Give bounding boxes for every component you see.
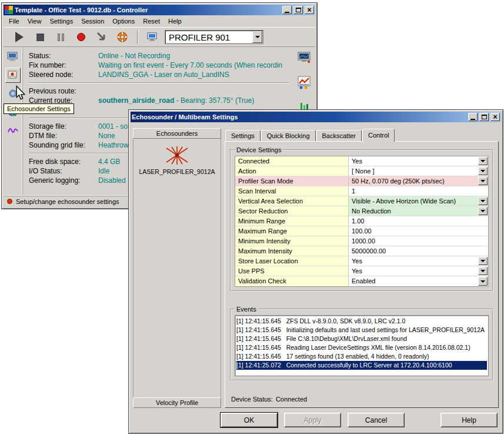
ok-button[interactable]: OK xyxy=(221,413,278,427)
help-button[interactable]: Help xyxy=(440,413,498,427)
menu-help[interactable]: Help xyxy=(164,16,186,26)
stop-button[interactable] xyxy=(31,29,49,45)
device-name: LASER_PROFILER_9012A xyxy=(133,168,221,175)
device-status-value: Connected xyxy=(276,396,307,403)
laser-profiler-icon xyxy=(163,146,191,166)
menubar: File View Settings Session Options Reset… xyxy=(4,15,315,27)
pause-button[interactable] xyxy=(52,29,69,45)
setting-use-pps[interactable]: Yes xyxy=(349,266,488,276)
menu-file[interactable]: File xyxy=(5,16,24,26)
menu-reset[interactable]: Reset xyxy=(139,16,164,26)
setting-row: Sector ReductionNo Reduction xyxy=(235,206,488,216)
profile-selector[interactable]: PROFILER 901 xyxy=(165,30,263,44)
logging-button[interactable] xyxy=(5,122,21,138)
computer-setup-button[interactable] xyxy=(5,49,21,65)
status-row: Status:Online - Not Recording xyxy=(29,51,294,61)
play-icon xyxy=(15,32,24,42)
dropdown-arrow-icon[interactable] xyxy=(478,157,488,165)
events-list[interactable]: [1] 12:41:15.645 ZFS DLL v-8.9.0.0, SDK … xyxy=(235,315,489,376)
maximize-button[interactable] xyxy=(479,113,489,121)
display-setup-button[interactable] xyxy=(144,29,162,45)
tab-quick-blocking[interactable]: Quick Blocking xyxy=(261,130,316,141)
event-row[interactable]: [1] 12:41:15.645 ZFS DLL v-8.9.0.0, SDK … xyxy=(236,317,487,326)
setting-row: Minimum Range1.00 xyxy=(235,216,488,226)
echosounders-header[interactable]: Echosounders xyxy=(133,128,221,139)
dropdown-arrow-icon[interactable] xyxy=(478,197,488,205)
events-group: Events [1] 12:41:15.645 ZFS DLL v-8.9.0.… xyxy=(230,306,493,381)
setting-connected[interactable]: Yes xyxy=(349,156,488,166)
dropdown-arrow-icon[interactable] xyxy=(478,177,488,185)
setting-min-range[interactable]: 1.00 xyxy=(349,216,488,226)
device-settings-group: Device Settings ConnectedYes Action[ Non… xyxy=(230,146,493,292)
dropdown-arrow-icon[interactable] xyxy=(478,167,488,175)
record-button[interactable] xyxy=(72,29,90,45)
setting-sector-reduction[interactable]: No Reduction xyxy=(349,206,488,216)
apply-button[interactable]: Apply xyxy=(284,413,341,427)
echosounder-settings-button[interactable] xyxy=(5,68,21,83)
setting-row: Vertical Area SelectionVisible - Above H… xyxy=(235,196,488,206)
setting-min-intensity[interactable]: 1000.00 xyxy=(349,236,488,246)
setting-row: Store Laser LocationYes xyxy=(235,256,488,266)
replay-button[interactable] xyxy=(297,75,312,90)
toolbar-separator xyxy=(137,30,138,44)
cancel-button[interactable]: Cancel xyxy=(348,413,405,427)
minimize-button[interactable] xyxy=(282,6,292,14)
event-row[interactable]: [1] 12:41:15.645 Initializing defaults a… xyxy=(236,326,487,334)
setting-validation-check[interactable]: Enabled xyxy=(349,276,488,286)
event-row[interactable]: [1] 12:41:15.645 17 settings found (13 e… xyxy=(236,352,487,361)
event-row-selected[interactable]: [1] 12:41:25.072 Connected successfully … xyxy=(236,361,487,370)
event-row[interactable]: [1] 12:41:15.645 Reading Laser DeviceSet… xyxy=(236,343,487,352)
sounder-display-button[interactable] xyxy=(297,50,312,65)
echosounders-panel: Echosounders LASER_PROFILER_9012A Veloci… xyxy=(133,128,221,408)
dropdown-arrow-icon xyxy=(255,36,260,38)
device-settings-grid: ConnectedYes Action[ None ] Profiler Sca… xyxy=(235,156,489,287)
setting-row: Maximum Intensity5000000.00 xyxy=(235,246,488,256)
close-button[interactable]: × xyxy=(305,6,314,14)
setting-max-range[interactable]: 100.00 xyxy=(349,226,488,236)
dropdown-arrow-icon[interactable] xyxy=(478,267,488,275)
menu-view[interactable]: View xyxy=(24,16,46,26)
device-status-label: Device Status: xyxy=(231,396,273,403)
velocity-profile-button[interactable]: Velocity Profile xyxy=(133,397,221,408)
dropdown-arrow-icon[interactable] xyxy=(478,207,488,215)
menu-session[interactable]: Session xyxy=(77,16,108,26)
alert-button[interactable] xyxy=(114,29,131,45)
tab-settings[interactable]: Settings xyxy=(225,130,261,141)
close-button[interactable]: × xyxy=(490,113,500,121)
setting-vertical-area[interactable]: Visible - Above Horizon (Wide Scan) xyxy=(349,196,488,206)
goto-button[interactable] xyxy=(93,29,111,45)
dropdown-arrow-icon[interactable] xyxy=(478,277,488,286)
status-row: Steered node:LANDINS_GGA - Laser on Auto… xyxy=(29,70,294,79)
lifesaver-icon xyxy=(116,31,129,44)
controller-titlebar[interactable]: Template - Office Test - 9012.db - Contr… xyxy=(4,5,315,15)
setting-row: Profiler Scan Mode50 Hz, 0.070 deg (250K… xyxy=(235,176,488,186)
minimize-button[interactable] xyxy=(468,113,478,121)
replay-chart-icon xyxy=(297,75,312,89)
profile-selector-value: PROFILER 901 xyxy=(169,32,230,42)
statusbar-text: Setup/change echosounder settings xyxy=(16,198,119,205)
settings-titlebar[interactable]: Echosounder / Multibeam Settings × xyxy=(131,112,501,122)
echosounder-settings-window: Echosounder / Multibeam Settings × Echos… xyxy=(128,109,503,434)
play-button[interactable] xyxy=(11,29,28,45)
device-item[interactable]: LASER_PROFILER_9012A xyxy=(133,146,221,175)
stop-icon xyxy=(36,34,44,41)
menu-settings[interactable]: Settings xyxy=(45,16,77,26)
tab-backscatter[interactable]: Backscatter xyxy=(316,130,362,141)
setting-row: Validation CheckEnabled xyxy=(235,276,488,286)
event-row[interactable]: [1] 12:41:15.645 File C:\8.10\Debug\XML\… xyxy=(236,334,487,343)
menu-options[interactable]: Options xyxy=(108,16,139,26)
setting-action[interactable]: [ None ] xyxy=(349,166,488,176)
maximize-button[interactable] xyxy=(293,6,303,14)
display-icon xyxy=(147,31,159,43)
status-row: Previous route: xyxy=(29,86,294,96)
setting-store-laser-location[interactable]: Yes xyxy=(349,256,488,266)
profile-selector-dropdown[interactable] xyxy=(252,31,262,43)
tab-control[interactable]: Control xyxy=(362,129,395,142)
setting-scan-mode[interactable]: 50 Hz, 0.070 deg (250K pts/sec) xyxy=(349,176,488,186)
setting-max-intensity[interactable]: 5000000.00 xyxy=(349,246,488,256)
dropdown-arrow-icon[interactable] xyxy=(478,257,488,265)
left-icon-toolbar xyxy=(4,47,23,195)
setting-row: Maximum Range100.00 xyxy=(235,226,488,236)
setting-scan-interval[interactable]: 1 xyxy=(349,186,488,196)
signature-icon xyxy=(6,123,19,136)
